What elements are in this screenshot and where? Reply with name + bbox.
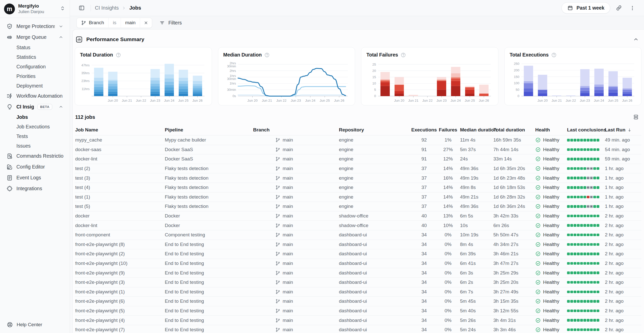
cell-executions: 34 [412,261,436,266]
period-select-button[interactable]: Past 1 week [561,2,610,14]
table-row[interactable]: mypy_cacheMypy cache buildermainengine92… [75,135,641,145]
table-row[interactable]: test (2)Flaky tests detectionmainengine3… [75,164,641,173]
column-header-executions[interactable]: Executions [412,127,436,133]
table-row[interactable]: test (5)Flaky tests detectionmainengine3… [75,202,641,211]
column-header-health[interactable]: Health [535,127,567,133]
svg-text:Jun 22: Jun 22 [276,99,286,102]
cell-median-duration: 10s [460,223,493,228]
column-header-last-run[interactable]: Last Run [605,127,641,133]
sidebar-item-config-editor[interactable]: Config Editor [3,161,67,172]
cell-total-duration: 33m 14s [493,156,535,162]
table-row[interactable]: front-e2e-playwright (6)End to End testi… [75,296,641,306]
sidebar-item-ci-insights[interactable]: CI InsightsBETA [3,101,67,112]
conclusion-success [570,234,573,236]
table-row[interactable]: front-e2e-playwright (2)End to End testi… [75,249,641,259]
sidebar-item-jobs[interactable]: Jobs [3,112,67,122]
filter-remove-button[interactable] [140,18,152,28]
question-icon[interactable] [116,52,121,58]
column-header-job-name[interactable]: Job Name [75,127,165,133]
column-header-repository[interactable]: Repository [339,127,412,133]
question-icon[interactable] [264,52,270,58]
git-branch-icon [275,242,280,247]
sidebar-item-event-logs[interactable]: Event Logs [3,172,67,183]
conclusion-success [593,271,596,274]
table-row[interactable]: front-e2e-playwright (10)End to End test… [75,259,641,268]
column-header-pipeline[interactable]: Pipeline [165,127,253,133]
table-row[interactable]: dockerDockermainshadow-office4013%6m 5s3… [75,211,641,221]
org-switcher[interactable]: m Mergifyio Julien Danjou [0,0,70,18]
rows-view-icon[interactable] [631,112,641,122]
table-row[interactable]: front-e2e-playwright (9)End to End testi… [75,268,641,278]
conclusion-neutral [587,177,589,179]
sidebar-item-help-center[interactable]: Help Center [0,316,70,333]
sidebar-item-commands-restrictions[interactable]: Commands Restrictions [3,151,67,161]
svg-text:Jun 26: Jun 26 [622,99,632,102]
column-header-branch[interactable]: Branch [253,127,339,133]
conclusion-success [580,291,583,293]
filter-value[interactable]: main [121,18,140,28]
cell-executions: 34 [412,251,436,257]
sidebar-item-issues[interactable]: Issues [3,141,67,151]
check-circle-icon [535,147,541,152]
conclusion-success [593,300,596,303]
column-header-median-duration[interactable]: Median duration [460,127,493,133]
conclusion-success [574,139,576,142]
conclusion-success [597,291,599,293]
column-header-last-conclusions[interactable]: Last conclusions [567,127,605,133]
table-row[interactable]: front-e2e-playwright (4)End to End testi… [75,315,641,325]
kebab-menu-icon[interactable] [627,3,637,13]
conclusion-success [570,271,573,274]
question-icon[interactable] [400,52,406,58]
chevron-updown-icon [60,5,66,13]
cell-repository: dashboard-ui [339,318,412,323]
filter-operator[interactable]: is [109,18,121,28]
table-row[interactable]: front-e2e-playwright (7)End to End testi… [75,325,641,333]
conclusion-success [583,205,586,208]
cell-health: Healthy [535,194,567,200]
table-row[interactable]: docker-lintDockermainshadow-office4010%1… [75,220,641,230]
chevron-up-icon[interactable] [631,34,641,44]
sidebar-item-priorities[interactable]: Priorities [3,71,67,81]
table-row[interactable]: front-e2e-playwright (8)End to End testi… [75,240,641,249]
panel-toggle-icon[interactable] [76,3,87,13]
filter-field[interactable]: Branch [77,18,109,28]
table-row[interactable]: front-componentComponent testingmaindash… [75,230,641,240]
sidebar-item-merge-queue[interactable]: Merge Queue [3,32,67,43]
cell-pipeline: Flaky tests detection [165,166,253,171]
sidebar-item-deployment[interactable]: Deployment [3,81,67,91]
column-header-failures[interactable]: Failures [436,127,460,133]
sidebar-item-status[interactable]: Status [3,43,67,52]
cell-last-run: 2 hr. ago [605,318,641,323]
mergify-logo: m [4,4,15,14]
table-row[interactable]: test (1)Flaky tests detectionmainengine3… [75,192,641,202]
table-row[interactable]: front-e2e-playwright (5)End to End testi… [75,306,641,316]
sidebar-item-integrations[interactable]: Integrations [3,183,67,194]
table-row[interactable]: test (3)Flaky tests detectionmainengine3… [75,173,641,183]
column-header-total-duration[interactable]: Total duration [493,127,535,133]
question-icon[interactable] [551,52,557,58]
sidebar-item-configuration[interactable]: Configuration [3,62,67,71]
sidebar-item-tests[interactable]: Tests [3,131,67,141]
table-row[interactable]: front-e2e-playwright (3)End to End testi… [75,278,641,287]
link-icon[interactable] [614,3,624,13]
table-row[interactable]: docker-lintDocker SaaSmainengine9112%24s… [75,154,641,164]
cell-last-conclusions [567,253,605,255]
sidebar-item-job-executions[interactable]: Job Executions [3,122,67,131]
cell-last-run: 2 hr. ago [605,298,641,304]
cell-last-conclusions [567,148,605,151]
cell-failures: 14% [436,194,460,200]
cell-branch: main [253,166,339,171]
conclusion-success [574,253,576,255]
svg-text:Jun 20: Jun 20 [108,99,118,102]
filters-button[interactable]: Filters [159,20,182,26]
cell-total-duration: 3h 47m 27s [493,261,535,266]
table-row[interactable]: docker-saasDocker SaaSmainengine9127%5m … [75,145,641,154]
cell-failures: 0% [436,232,460,238]
breadcrumb-ci-insights[interactable]: CI Insights [95,5,119,11]
sidebar-item-statistics[interactable]: Statistics [3,52,67,62]
conclusion-success [590,281,593,284]
sidebar-item-merge-protections[interactable]: Merge Protections [3,21,67,32]
table-row[interactable]: front-e2e-playwright (1)End to End testi… [75,287,641,297]
table-row[interactable]: test (4)Flaky tests detectionmainengine3… [75,183,641,192]
sidebar-item-workflow-automation[interactable]: Workflow Automation [3,91,67,101]
